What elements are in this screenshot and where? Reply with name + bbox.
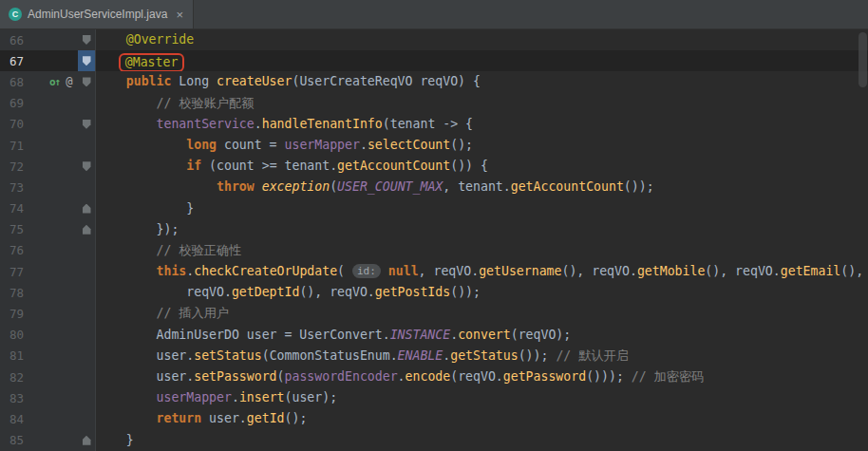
- fold-down-icon[interactable]: [83, 77, 91, 86]
- code-line-row[interactable]: 67 @Master: [0, 50, 868, 71]
- fold-down-icon[interactable]: [83, 120, 91, 129]
- code-line-row[interactable]: 77 this.checkCreateOrUpdate( id: null, r…: [0, 261, 868, 282]
- gutter-cell[interactable]: 75: [0, 219, 96, 240]
- code-token: userMapper: [285, 138, 360, 152]
- gutter-cell[interactable]: 79: [0, 303, 96, 324]
- gutter-cell[interactable]: 67: [0, 50, 96, 71]
- line-number: 70: [0, 117, 42, 131]
- gutter-cell[interactable]: 70: [0, 114, 96, 135]
- code-token: , tenant.: [443, 179, 510, 194]
- code-token: [96, 306, 157, 320]
- code-line-row[interactable]: 75 });: [0, 219, 868, 240]
- code-line-row[interactable]: 71 long count = userMapper.selectCount()…: [0, 135, 868, 156]
- code-line[interactable]: @Override: [96, 29, 868, 50]
- code-token: userMapper: [157, 390, 232, 404]
- code-line[interactable]: // 插入用户: [96, 303, 868, 324]
- gutter-cell[interactable]: 81: [0, 346, 96, 366]
- fold-up-icon[interactable]: [83, 436, 91, 445]
- code-token: [96, 264, 157, 278]
- fold-down-icon[interactable]: [83, 161, 91, 171]
- code-line-row[interactable]: 78 reqVO.getDeptId(), reqVO.getPostIds()…: [0, 282, 868, 303]
- code-line[interactable]: }: [96, 430, 868, 451]
- gutter-cell[interactable]: 82: [0, 366, 96, 387]
- fold-region-cell: [78, 387, 95, 408]
- code-token: setStatus: [194, 348, 261, 363]
- code-line-row[interactable]: 82 user.setPassword(passwordEncoder.enco…: [0, 366, 868, 387]
- master-annotation: @Master: [125, 55, 179, 69]
- code-line[interactable]: user.setStatus(CommonStatusEnum.ENABLE.g…: [96, 346, 868, 366]
- fold-down-icon[interactable]: [83, 56, 91, 66]
- code-line[interactable]: userMapper.insert(user);: [96, 387, 868, 408]
- code-line-row[interactable]: 85 }: [0, 430, 868, 451]
- code-token: });: [96, 222, 179, 236]
- gutter-cell[interactable]: 85: [0, 430, 96, 451]
- tab-close-icon[interactable]: ×: [176, 9, 183, 21]
- gutter-cell[interactable]: 77: [0, 261, 96, 282]
- editor-scrollbar[interactable]: [857, 29, 868, 451]
- editor-tab-adminuserserviceimpl[interactable]: C AdminUserServiceImpl.java ×: [0, 0, 194, 28]
- fold-down-icon[interactable]: [83, 35, 91, 45]
- code-token: ENABLE: [398, 348, 443, 363]
- code-line-row[interactable]: 83 userMapper.insert(user);: [0, 387, 868, 408]
- code-token: [96, 32, 126, 47]
- code-line[interactable]: AdminUserDO user = UserConvert.INSTANCE.…: [96, 325, 868, 346]
- code-line-row[interactable]: 66 @Override: [0, 29, 868, 50]
- code-line[interactable]: throw exception(USER_COUNT_MAX, tenant.g…: [96, 177, 868, 197]
- gutter-cell[interactable]: 71: [0, 135, 96, 156]
- line-number: 84: [0, 412, 42, 426]
- fold-region-cell: [78, 50, 95, 71]
- gutter-cell[interactable]: 80: [0, 325, 96, 346]
- code-token: public: [126, 74, 179, 88]
- gutter-cell[interactable]: 74: [0, 198, 96, 219]
- code-line-row[interactable]: 72 if (count >= tenant.getAccountCount()…: [0, 156, 868, 177]
- code-line[interactable]: tenantService.handleTenantInfo(tenant ->…: [96, 114, 868, 135]
- code-line[interactable]: long count = userMapper.selectCount();: [96, 135, 868, 156]
- code-line[interactable]: return user.getId();: [96, 408, 868, 429]
- code-editor[interactable]: 66 @Override67 @Master68o↑@ public Long …: [0, 29, 868, 451]
- code-line-row[interactable]: 69 // 校验账户配额: [0, 93, 868, 114]
- line-number: 78: [0, 286, 42, 300]
- code-line[interactable]: });: [96, 219, 868, 240]
- code-line-row[interactable]: 68o↑@ public Long createUser(UserCreateR…: [0, 71, 868, 92]
- code-line[interactable]: public Long createUser(UserCreateReqVO r…: [96, 71, 868, 92]
- gutter-cell[interactable]: 66: [0, 29, 96, 50]
- code-token: .: [232, 390, 239, 404]
- line-number: 71: [0, 139, 42, 153]
- code-line-row[interactable]: 81 user.setStatus(CommonStatusEnum.ENABL…: [0, 346, 868, 366]
- gutter-cell[interactable]: 84: [0, 408, 96, 429]
- gutter-cell[interactable]: 76: [0, 240, 96, 261]
- gutter-cell[interactable]: 78: [0, 282, 96, 303]
- code-line[interactable]: if (count >= tenant.getAccountCount()) {: [96, 156, 868, 177]
- code-token: getPostIds: [375, 285, 450, 299]
- code-line[interactable]: }: [96, 198, 868, 219]
- code-line-row[interactable]: 79 // 插入用户: [0, 303, 868, 324]
- gutter-cell[interactable]: 83: [0, 387, 96, 408]
- code-token: exception: [262, 179, 330, 194]
- code-line[interactable]: reqVO.getDeptId(), reqVO.getPostIds());: [96, 282, 868, 303]
- fold-up-icon[interactable]: [83, 204, 91, 214]
- code-line-row[interactable]: 80 AdminUserDO user = UserConvert.INSTAN…: [0, 325, 868, 346]
- gutter-cell[interactable]: 72: [0, 156, 96, 177]
- code-token: ());: [450, 285, 481, 299]
- code-line-row[interactable]: 70 tenantService.handleTenantInfo(tenant…: [0, 114, 868, 135]
- gutter-cell[interactable]: 69: [0, 93, 96, 114]
- overriding-method-icon[interactable]: o↑: [49, 76, 60, 88]
- scrollbar-thumb[interactable]: [859, 32, 867, 87]
- code-line-row[interactable]: 74 }: [0, 198, 868, 219]
- code-line[interactable]: this.checkCreateOrUpdate( id: null, reqV…: [96, 261, 868, 282]
- gutter-cell[interactable]: 68o↑@: [0, 71, 96, 92]
- code-line[interactable]: @Master: [96, 50, 868, 71]
- code-token: ()));: [586, 369, 632, 384]
- code-line[interactable]: user.setPassword(passwordEncoder.encode(…: [96, 366, 868, 387]
- code-line-row[interactable]: 73 throw exception(USER_COUNT_MAX, tenan…: [0, 177, 868, 197]
- code-token: user.: [96, 348, 194, 363]
- code-line[interactable]: // 校验账户配额: [96, 93, 868, 114]
- gutter-cell[interactable]: 73: [0, 177, 96, 197]
- code-line[interactable]: // 校验正确性: [96, 240, 868, 261]
- code-line-row[interactable]: 76 // 校验正确性: [0, 240, 868, 261]
- code-token: , reqVO.: [419, 264, 480, 278]
- line-number: 82: [0, 370, 42, 385]
- annotation-gutter-icon[interactable]: @: [66, 75, 72, 88]
- code-line-row[interactable]: 84 return user.getId();: [0, 408, 868, 429]
- fold-up-icon[interactable]: [83, 225, 91, 235]
